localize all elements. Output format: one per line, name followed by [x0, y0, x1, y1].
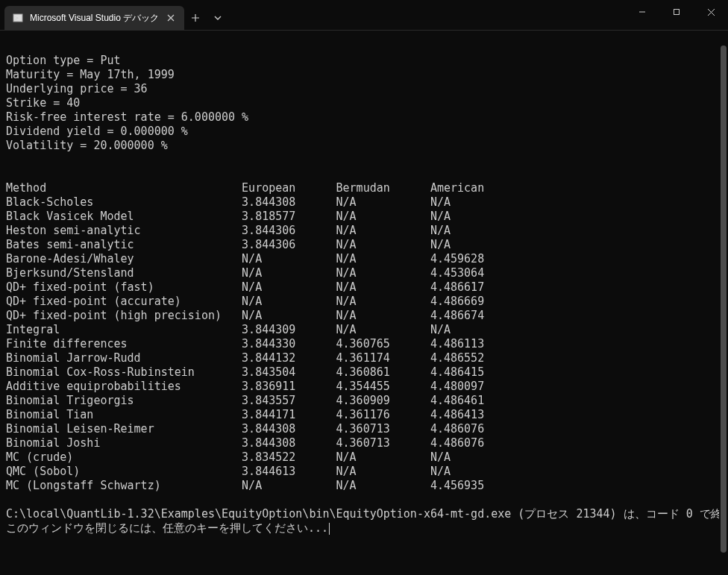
- scrollbar[interactable]: [719, 31, 728, 575]
- active-tab[interactable]: >_ Microsoft Visual Studio デバック: [4, 6, 184, 30]
- title-bar: >_ Microsoft Visual Studio デバック: [0, 0, 728, 30]
- tab-title: Microsoft Visual Studio デバック: [30, 12, 159, 25]
- maximize-button[interactable]: [659, 0, 694, 24]
- terminal-area: Option type = Put Maturity = May 17th, 1…: [0, 31, 728, 575]
- new-tab-button[interactable]: [184, 6, 207, 30]
- minimize-button[interactable]: [625, 0, 659, 24]
- svg-text:>_: >_: [15, 15, 22, 22]
- tab-strip: >_ Microsoft Visual Studio デバック: [0, 0, 229, 30]
- svg-rect-2: [674, 10, 680, 15]
- console-icon: >_: [12, 12, 24, 24]
- close-window-button[interactable]: [694, 0, 728, 24]
- terminal-output[interactable]: Option type = Put Maturity = May 17th, 1…: [0, 31, 728, 575]
- text-cursor: [329, 523, 330, 535]
- window-controls: [625, 0, 728, 30]
- scrollbar-thumb[interactable]: [721, 45, 727, 553]
- tab-dropdown-button[interactable]: [207, 6, 229, 30]
- tab-close-button[interactable]: [165, 12, 177, 24]
